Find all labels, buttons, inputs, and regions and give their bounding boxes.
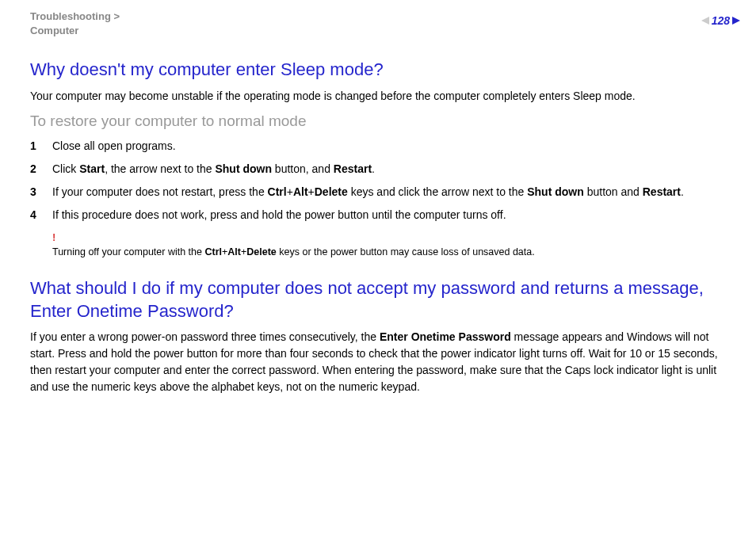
page-content: Why doesn't my computer enter Sleep mode… [0,44,756,395]
step-list: 1 Close all open programs. 2 Click Start… [30,138,727,223]
breadcrumb-line1: Troubleshooting > [30,10,120,24]
section2-body: If you enter a wrong power-on password t… [30,329,727,395]
step-number: 1 [30,138,52,154]
page-nav: 128 [701,14,740,27]
breadcrumb: Troubleshooting > Computer [30,10,120,38]
step-item: 4 If this procedure does not work, press… [30,207,727,223]
step-text: If this procedure does not work, press a… [52,207,727,223]
step-number: 4 [30,207,52,223]
page-header: Troubleshooting > Computer 128 [0,0,756,44]
section1-subheading: To restore your computer to normal mode [30,113,727,130]
step-item: 1 Close all open programs. [30,138,727,154]
step-number: 3 [30,184,52,200]
page-number: 128 [712,14,730,27]
section2-heading: What should I do if my computer does not… [30,277,727,322]
warning-icon: ! [52,231,727,243]
step-text: If your computer does not restart, press… [52,184,727,200]
breadcrumb-line2: Computer [30,24,120,38]
section1-intro: Your computer may become unstable if the… [30,88,727,105]
step-text: Click Start, the arrow next to the Shut … [52,161,727,177]
prev-page-icon[interactable] [701,17,709,25]
step-item: 3 If your computer does not restart, pre… [30,184,727,200]
section1-heading: Why doesn't my computer enter Sleep mode… [30,59,727,82]
step-number: 2 [30,161,52,177]
step-text: Close all open programs. [52,138,727,154]
warning-text: Turning off your computer with the Ctrl+… [52,246,535,257]
step-item: 2 Click Start, the arrow next to the Shu… [30,161,727,177]
warning-block: ! Turning off your computer with the Ctr… [30,231,727,258]
next-page-icon[interactable] [732,17,740,25]
